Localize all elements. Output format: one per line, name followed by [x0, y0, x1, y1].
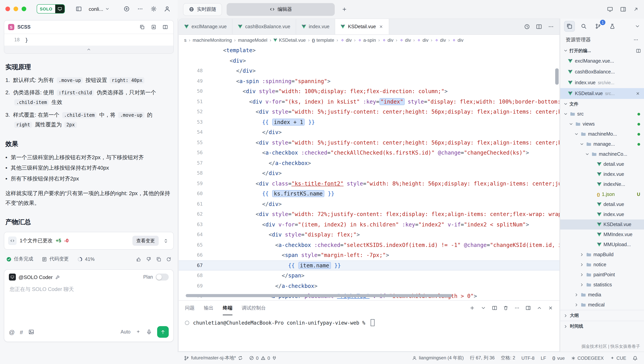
vertical-scrollbar[interactable]	[555, 68, 559, 85]
open-diff-button[interactable]	[161, 23, 170, 31]
terminal-content[interactable]: chunletian@ChunledeMacBook-Pro conlin-un…	[179, 315, 560, 330]
language-mode[interactable]: {} vue	[552, 355, 565, 361]
horizontal-scrollbar[interactable]	[186, 294, 452, 297]
open-editor-item[interactable]: exclManage.vue...	[560, 56, 644, 67]
breadcrumb-item[interactable]: div	[434, 38, 446, 43]
close-editor-icon[interactable]	[636, 91, 640, 96]
new-mode-tab-button[interactable]	[339, 4, 350, 14]
collapse-code-button[interactable]	[4, 46, 173, 53]
tree-item-media[interactable]: media	[560, 290, 644, 300]
code-line[interactable]: 69</a-checkbox>	[179, 281, 560, 291]
indent-setting[interactable]: 空格: 2	[501, 355, 515, 361]
mic-icon[interactable]	[146, 329, 152, 335]
code-line[interactable]: 63<div v-for="(item, index2) in ks.child…	[179, 219, 560, 229]
preview-icon[interactable]	[607, 6, 613, 12]
minimize-window-button[interactable]	[14, 7, 18, 11]
line-number[interactable]: 60	[179, 189, 210, 199]
code-line[interactable]: 51<div v-for="(ks, index) in ksList" :ke…	[179, 96, 560, 107]
collapse-panel-icon[interactable]	[633, 7, 638, 12]
panel-tab-调试控制台[interactable]: 调试控制台	[242, 301, 266, 315]
tree-item-index.vue[interactable]: index.vue	[560, 169, 644, 179]
cursor-position[interactable]: 行 67, 列 36	[470, 355, 494, 361]
line-number[interactable]: 68	[179, 270, 210, 281]
code-line[interactable]: 58</div>	[179, 168, 560, 178]
sticky-line[interactable]: <template>	[179, 45, 560, 56]
agent-tools-icon[interactable]	[56, 274, 60, 280]
view-changes-button[interactable]: 查看变更	[132, 236, 159, 246]
panel-layout-icon[interactable]	[526, 305, 531, 311]
line-number[interactable]: 53	[179, 117, 210, 127]
open-editor-item[interactable]: KSDetail.vuesrc...	[560, 88, 644, 99]
tree-item-medical[interactable]: medical	[560, 300, 644, 310]
line-number[interactable]: 66	[179, 250, 210, 260]
split-editor-icon[interactable]	[536, 24, 542, 30]
line-number[interactable]: 48	[179, 66, 210, 76]
code-line[interactable]: 62<div style="width: 72%;justify-content…	[179, 209, 560, 219]
line-number[interactable]: 56	[179, 148, 210, 158]
agent-name[interactable]: @SOLO Coder	[18, 274, 53, 280]
breadcrumb-item[interactable]: s	[184, 38, 186, 43]
open-editors-header[interactable]: 打开的编...	[560, 46, 644, 56]
code-change-icon[interactable]	[42, 256, 47, 262]
regenerate-button[interactable]	[166, 256, 172, 262]
outline-section-header[interactable]: 大纲	[560, 310, 644, 321]
close-window-button[interactable]	[6, 7, 10, 11]
tree-item-src[interactable]: src	[560, 109, 644, 119]
breadcrumb-item[interactable]: manageModel	[238, 38, 267, 43]
code-line[interactable]: 64<div style="display: flex;">	[179, 229, 560, 240]
layout-panel-icon[interactable]	[620, 6, 626, 12]
more-options-button[interactable]	[135, 4, 145, 14]
test-view-icon[interactable]	[607, 21, 618, 32]
send-button[interactable]	[157, 326, 169, 338]
editor-tab[interactable]: KSDetail.vue	[335, 19, 389, 34]
line-number[interactable]: 54	[179, 127, 210, 137]
line-number[interactable]: 67	[179, 260, 210, 270]
line-number[interactable]: 59	[179, 178, 210, 189]
timeline-history-icon[interactable]	[524, 24, 530, 30]
line-number[interactable]: 50	[179, 86, 210, 96]
thumbs-up-button[interactable]	[136, 256, 141, 262]
sticky-line[interactable]: <div>	[179, 56, 560, 66]
breadcrumb-item[interactable]: div	[382, 38, 394, 43]
timeline-section-header[interactable]: 时间线	[560, 321, 644, 331]
close-tab-icon[interactable]	[378, 24, 383, 29]
line-number[interactable]: 62	[179, 209, 210, 219]
settings-button[interactable]	[149, 4, 159, 14]
tree-item-MMUpload...[interactable]: MMUpload...	[560, 240, 644, 250]
line-number[interactable]: 49	[179, 76, 210, 86]
toggle-sidebar-icon[interactable]	[74, 4, 84, 14]
line-number[interactable]	[179, 56, 210, 66]
line-number[interactable]: 57	[179, 158, 210, 168]
code-line[interactable]: 50<div style="width: 100%;display: flex;…	[179, 86, 560, 96]
tree-item-1.json[interactable]: {}1.jsonU	[560, 189, 644, 199]
new-chat-button[interactable]	[122, 4, 132, 14]
line-number[interactable]: 55	[179, 137, 210, 148]
cue-plugin[interactable]: CUE	[610, 355, 626, 361]
code-editor[interactable]: <template><div>48</div>49<a-spin :spinni…	[179, 45, 560, 300]
breadcrumb-item[interactable]: div	[417, 38, 428, 43]
breadcrumb-item[interactable]: a-spin	[358, 38, 376, 43]
thumbs-down-button[interactable]	[146, 256, 151, 262]
panel-tab-终端[interactable]: 终端	[223, 301, 232, 315]
editor-layout-icon[interactable]	[636, 48, 641, 53]
code-line[interactable]: 55<div style="width: 5%;justify-content:…	[179, 137, 560, 148]
new-terminal-icon[interactable]	[470, 305, 475, 311]
code-line[interactable]: 57</a-checkbox>	[179, 158, 560, 168]
close-panel-icon[interactable]	[548, 305, 553, 311]
tab-editor[interactable]: 编辑器	[227, 3, 335, 16]
sync-icon[interactable]	[238, 355, 243, 360]
encoding-setting[interactable]: UTF-8	[522, 355, 534, 361]
line-number[interactable]: 65	[179, 240, 210, 250]
line-number[interactable]	[179, 45, 210, 56]
account-avatar[interactable]	[162, 4, 172, 14]
split-terminal-icon[interactable]	[492, 305, 497, 311]
terminal-profile-icon[interactable]	[481, 305, 486, 311]
plan-toggle[interactable]	[156, 274, 169, 280]
project-selector[interactable]: conli...	[89, 6, 110, 12]
copy-response-button[interactable]	[156, 256, 162, 262]
code-line[interactable]: 54</div>	[179, 127, 560, 137]
line-number[interactable]: 69	[179, 281, 210, 291]
chat-input[interactable]: 您正在与 SOLO Coder 聊天	[9, 280, 169, 326]
eol-setting[interactable]: LF	[541, 355, 546, 361]
line-number[interactable]: 61	[179, 199, 210, 209]
